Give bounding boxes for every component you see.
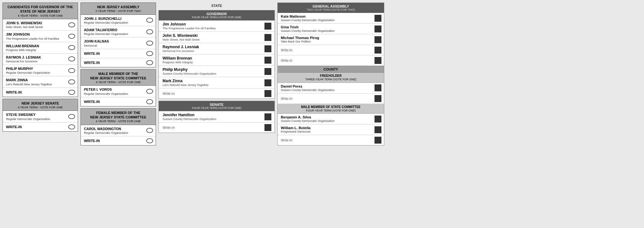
senate-header: NEW JERSEY SENATE 4 YEAR TERM - VOTE FOR… [3,99,78,111]
writein-row: Write-In [278,55,384,66]
list-item: Kate Matteson Sussex County Democratic O… [278,13,384,24]
governor-header: CANDIDATES FOR GOVERNOR OF THE STATE OF … [3,3,78,19]
writein-row: Write-In [278,135,384,145]
oval-checkbox[interactable] [146,60,153,65]
oval-checkbox[interactable] [146,41,153,46]
column-3: STATE GOVERNOR Four-Year Term (Vote for … [158,3,275,225]
oval-checkbox[interactable] [68,90,75,95]
freeholder-inner-header: FREEHOLDER Three-Year Term (Vote for One… [278,73,384,83]
square-checkbox[interactable] [264,79,271,86]
list-item: STEVE SWEENEY Regular Democratic Organiz… [3,111,78,122]
square-checkbox[interactable] [264,113,271,120]
writein-row: WRITE-IN [3,88,78,97]
oval-checkbox[interactable] [146,18,153,23]
oval-checkbox[interactable] [68,114,75,119]
list-item: PETER I. VOROS Regular Democratic Organi… [81,86,156,97]
list-item: JIM JOHNSON The Progressive Leader For A… [3,31,78,42]
square-checkbox[interactable] [375,126,381,133]
list-item: JOHN J. BURZICHELLI Regular Democratic O… [81,15,156,26]
oval-checkbox[interactable] [68,79,75,84]
list-item: Jennifer Hamilton Sussex County Democrat… [159,111,275,123]
general-assembly-section: GENERAL ASSEMBLY Two-Year Term (Vote for… [277,3,384,145]
ballot-governor-section: GOVERNOR Four-Year Term (Vote for One) J… [158,10,275,99]
writein-row: WRITE-IN [81,136,156,145]
column-1: CANDIDATES FOR GOVERNOR OF THE STATE OF … [3,3,78,225]
square-checkbox[interactable] [375,57,381,64]
square-checkbox[interactable] [264,57,271,64]
oval-checkbox[interactable] [146,51,153,56]
list-item: William Brennan Progress With Integrity [159,54,275,66]
list-item: MARK ZINNA Let's Rebuild New Jersey Toge… [3,76,78,88]
writein-row: WRITE-IN [81,58,156,67]
square-checkbox[interactable] [375,15,381,22]
square-checkbox[interactable] [375,137,381,144]
assembly-section: NEW JERSEY ASSEMBLY 2 YEAR TERM - VOTE F… [80,3,156,67]
writein-row: Write-In [159,123,275,133]
square-checkbox[interactable] [375,26,381,32]
list-item: Gina Trish Sussex County Democratic Orga… [278,24,384,34]
oval-checkbox[interactable] [146,138,153,143]
square-checkbox[interactable] [264,23,271,30]
oval-checkbox[interactable] [68,34,75,39]
list-item: RAYMON J. LESNIAK Democrat For Governor [3,54,78,65]
square-checkbox[interactable] [375,95,381,102]
square-checkbox[interactable] [264,45,271,52]
list-item: Raymond J. Lesniak Democrat For Governor [159,43,275,54]
square-checkbox[interactable] [375,116,381,123]
column-2: NEW JERSEY ASSEMBLY 2 YEAR TERM - VOTE F… [80,3,156,225]
square-checkbox[interactable] [264,34,271,41]
square-checkbox[interactable] [375,36,381,43]
ballot-senate-header: SENATE Four-Year Term (Vote for One) [159,101,275,111]
list-item: Jim Johnson The Progressive Leader For A… [159,20,275,32]
square-checkbox[interactable] [375,47,381,54]
governor-section: CANDIDATES FOR GOVERNOR OF THE STATE OF … [3,3,78,97]
column-4: GENERAL ASSEMBLY Two-Year Term (Vote for… [277,3,384,225]
oval-checkbox[interactable] [68,22,75,27]
list-item: JOHN S. WISNIEWSKI Main Street, Not Wall… [3,19,78,31]
list-item: JOHN KALNAS Democrat [81,37,156,49]
list-item: Michael Thomas Pirog Take Back Our Polit… [278,34,384,45]
female-committee-header: FEMALE MEMBER OF THE NEW JERSEY STATE CO… [81,109,156,125]
list-item: William L. Bolella Progressive Democrat [278,124,384,135]
female-committee-section: FEMALE MEMBER OF THE NEW JERSEY STATE CO… [80,108,156,145]
oval-checkbox[interactable] [146,29,153,34]
state-label: STATE [158,3,275,8]
square-checkbox[interactable] [375,84,381,91]
oval-checkbox[interactable] [68,124,75,129]
list-item: John S. Wisniewski Main Street, Not Wall… [159,32,275,43]
county-header: COUNTY [278,66,384,73]
list-item: ADAM TALIAFERRO Regular Democratic Organ… [81,26,156,37]
writein-row: Write-In [278,45,384,55]
oval-checkbox[interactable] [146,128,153,133]
list-item: WILLIAM BRENNAN Progress With Integrity [3,42,78,54]
list-item: Benjamin A. Silva Sussex County Democrat… [278,114,384,124]
list-item: Daniel Perez Sussex County Democratic Or… [278,83,384,94]
writein-row: WRITE-IN [81,49,156,58]
list-item: PHILIP MURPHY Regular Democratic Organiz… [3,65,78,76]
oval-checkbox[interactable] [146,89,153,94]
list-item: Mark Zinna Let's Rebuild New Jersey Toge… [159,77,275,88]
male-committee-section: MALE MEMBER OF THE NEW JERSEY STATE COMM… [80,69,156,106]
male-state-committee-inner-header: MALE MEMBER OF STATE COMMITTEE Four-Year… [278,104,384,114]
square-checkbox[interactable] [264,124,271,131]
list-item: CAROL WADDINGTON Regular Democratic Orga… [81,125,156,136]
oval-checkbox[interactable] [68,56,75,61]
writein-row: WRITE-IN [3,123,78,131]
senate-section: NEW JERSEY SENATE 4 YEAR TERM - VOTE FOR… [3,99,78,132]
square-checkbox[interactable] [264,90,271,97]
square-checkbox[interactable] [264,68,271,75]
general-assembly-header: GENERAL ASSEMBLY Two-Year Term (Vote for… [278,3,384,13]
list-item: Philip Murphy Sussex County Democratic O… [159,66,275,77]
assembly-header: NEW JERSEY ASSEMBLY 2 YEAR TERM - VOTE F… [81,3,156,15]
ballot-senate-section: SENATE Four-Year Term (Vote for One) Jen… [158,101,275,133]
oval-checkbox[interactable] [68,68,75,73]
writein-row: WRITE-IN [81,97,156,106]
male-committee-header: MALE MEMBER OF THE NEW JERSEY STATE COMM… [81,70,156,86]
writein-row: Write-In [159,88,275,99]
writein-row: Write-In [278,94,384,104]
ballot-governor-header: GOVERNOR Four-Year Term (Vote for One) [159,10,275,20]
oval-checkbox[interactable] [146,99,153,104]
oval-checkbox[interactable] [68,45,75,50]
